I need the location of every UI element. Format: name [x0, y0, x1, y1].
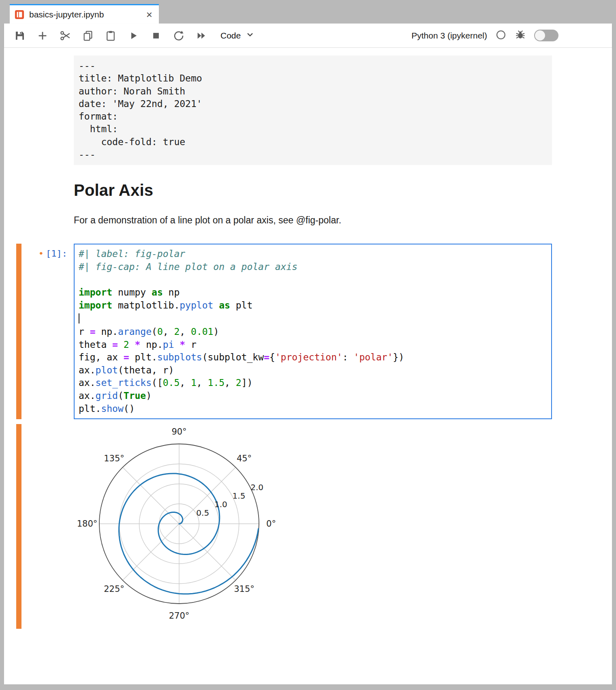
- svg-text:0°: 0°: [266, 519, 276, 529]
- insert-cell-button[interactable]: [36, 29, 49, 43]
- code-editor[interactable]: #| label: fig-polar#| fig-cap: A line pl…: [74, 244, 552, 419]
- code-line: [79, 312, 547, 326]
- svg-text:270°: 270°: [169, 611, 190, 621]
- execution-prompt: •[1]:: [21, 244, 74, 419]
- markdown-cell[interactable]: Polar Axis For a demonstration of a line…: [16, 165, 552, 226]
- notebook-file-icon: [14, 9, 25, 20]
- yaml-frontmatter[interactable]: --- title: Matplotlib Demo author: Norah…: [74, 56, 552, 165]
- code-line: ax.grid(True): [79, 390, 547, 403]
- svg-text:180°: 180°: [77, 519, 98, 529]
- svg-text:1.5: 1.5: [233, 491, 246, 501]
- notebook-content: --- title: Matplotlib Demo author: Norah…: [4, 48, 612, 684]
- fast-forward-icon: [195, 30, 207, 42]
- output-area: 0°45°90°135°180°225°270°315°0.51.01.52.0: [16, 424, 552, 629]
- svg-text:0.5: 0.5: [196, 508, 209, 518]
- restart-run-all-button[interactable]: [195, 29, 208, 43]
- toggle-knob: [535, 30, 545, 41]
- raw-cell: --- title: Matplotlib Demo author: Norah…: [16, 56, 552, 165]
- chevron-down-icon: [245, 29, 255, 42]
- output-prompt: [21, 424, 74, 629]
- stop-icon: [150, 30, 162, 42]
- code-line: #| label: fig-polar: [79, 248, 547, 261]
- polar-plot-output: 0°45°90°135°180°225°270°315°0.51.01.52.0: [74, 424, 341, 629]
- save-icon: [14, 30, 26, 42]
- code-line: #| fig-cap: A line plot on a polar axis: [79, 261, 547, 274]
- code-line: theta = 2 * np.pi * r: [79, 339, 547, 351]
- markdown-cell-prompt: [21, 165, 74, 226]
- code-line: fig, ax = plt.subplots(subplot_kw={'proj…: [79, 351, 547, 364]
- kernel-area: Python 3 (ipykernel): [411, 29, 612, 42]
- code-line: plt.show(): [79, 403, 547, 416]
- paste-icon: [105, 30, 117, 42]
- code-line: r = np.arange(0, 2, 0.01): [79, 326, 547, 339]
- tab-basics-jupyter[interactable]: basics-jupyter.ipynb ×: [10, 4, 159, 24]
- code-cell: •[1]: #| label: fig-polar#| fig-cap: A l…: [16, 244, 552, 419]
- svg-text:225°: 225°: [104, 584, 124, 594]
- section-heading: Polar Axis: [74, 181, 552, 199]
- toolbar-button-group: [13, 29, 208, 43]
- text-cursor: [79, 313, 79, 324]
- input-collapser[interactable]: [16, 244, 21, 419]
- modified-dot: •: [38, 249, 44, 259]
- cell-type-dropdown[interactable]: Code: [220, 29, 255, 42]
- raw-cell-prompt: [21, 56, 74, 165]
- scissors-icon: [59, 30, 71, 42]
- restart-kernel-button[interactable]: [172, 29, 186, 43]
- code-line: [79, 274, 547, 287]
- copy-icon: [82, 30, 94, 42]
- plus-icon: [36, 30, 49, 42]
- code-line: ax.plot(theta, r): [79, 364, 547, 377]
- code-line: import matplotlib.pyplot as plt: [79, 299, 547, 312]
- section-paragraph: For a demonstration of a line plot on a …: [74, 215, 552, 226]
- svg-text:2.0: 2.0: [250, 482, 263, 492]
- execution-count: [1]:: [46, 249, 67, 259]
- kernel-name[interactable]: Python 3 (ipykernel): [411, 31, 487, 41]
- copy-cell-button[interactable]: [81, 29, 95, 43]
- raw-cell-collapser: [16, 56, 21, 165]
- output-collapser[interactable]: [16, 424, 21, 629]
- cell-type-value: Code: [220, 31, 241, 41]
- svg-text:135°: 135°: [104, 454, 124, 464]
- run-cell-button[interactable]: [126, 29, 140, 43]
- tab-title: basics-jupyter.ipynb: [29, 10, 142, 19]
- interrupt-kernel-button[interactable]: [149, 29, 163, 43]
- code-line: ax.set_rticks([0.5, 1, 1.5, 2]): [79, 377, 547, 390]
- svg-text:1.0: 1.0: [214, 499, 227, 509]
- jupyter-window: basics-jupyter.ipynb × Code Python 3 (ip…: [4, 4, 612, 684]
- kernel-status-icon: [495, 29, 507, 42]
- markdown-cell-collapser: [16, 165, 21, 226]
- paste-cell-button[interactable]: [104, 29, 118, 43]
- restart-icon: [173, 30, 185, 42]
- cut-cell-button[interactable]: [58, 29, 72, 43]
- code-line: import numpy as np: [79, 286, 547, 299]
- bug-icon[interactable]: [515, 29, 526, 42]
- tab-bar: basics-jupyter.ipynb ×: [4, 4, 612, 24]
- svg-text:90°: 90°: [171, 427, 186, 437]
- svg-text:45°: 45°: [237, 454, 252, 464]
- notebook-toolbar: Code Python 3 (ipykernel): [4, 24, 612, 48]
- close-icon[interactable]: ×: [146, 9, 152, 20]
- svg-text:315°: 315°: [234, 584, 255, 594]
- debugger-toggle[interactable]: [534, 30, 558, 41]
- run-icon: [127, 30, 139, 42]
- save-button[interactable]: [13, 29, 27, 43]
